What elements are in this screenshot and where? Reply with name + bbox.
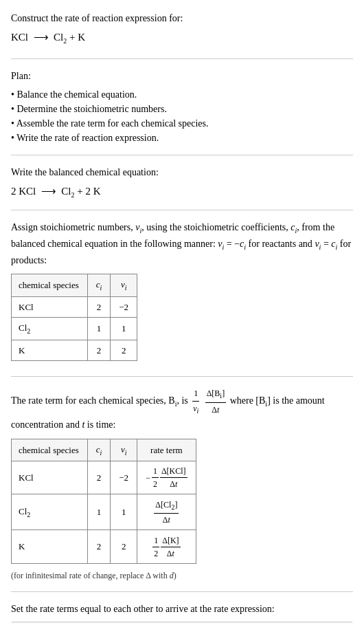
nu-k: 2 bbox=[111, 340, 137, 361]
construct-label: Construct the rate of reaction expressio… bbox=[11, 11, 353, 25]
plan-list: Balance the chemical equation. Determine… bbox=[11, 87, 353, 145]
balanced-section: Write the balanced chemical equation: 2 … bbox=[11, 165, 353, 210]
rate-col-nu: νi bbox=[111, 439, 137, 461]
nu-cl2: 1 bbox=[111, 318, 137, 340]
r-nu-kcl: −2 bbox=[111, 461, 137, 494]
plan-label: Plan: bbox=[11, 69, 353, 83]
rate-footnote: (for infinitesimal rate of change, repla… bbox=[11, 569, 353, 582]
table-row: Cl2 1 1 Δ[Cl2] Δt bbox=[12, 494, 196, 529]
r-species-kcl: KCl bbox=[12, 461, 88, 494]
stoich-intro: Assign stoichiometric numbers, νi, using… bbox=[11, 220, 353, 268]
species-cl2: Cl2 bbox=[12, 318, 88, 340]
rate-col-species: chemical species bbox=[12, 439, 88, 461]
plan-step-2: Determine the stoichiometric numbers. bbox=[11, 102, 353, 116]
rate-col-term: rate term bbox=[137, 439, 196, 461]
plan-section: Plan: Balance the chemical equation. Det… bbox=[11, 69, 353, 155]
r-term-cl2: Δ[Cl2] Δt bbox=[137, 494, 196, 529]
plan-step-4: Write the rate of reaction expression. bbox=[11, 131, 353, 145]
c-k: 2 bbox=[87, 340, 111, 361]
balanced-label: Write the balanced chemical equation: bbox=[11, 165, 353, 179]
table-row: KCl 2 −2 − 1 2 Δ[KCl] Δt bbox=[12, 461, 196, 494]
species-k: K bbox=[12, 340, 88, 361]
nu-kcl: −2 bbox=[111, 296, 137, 318]
plan-step-1: Balance the chemical equation. bbox=[11, 87, 353, 102]
answer-section: Set the rate terms equal to each other t… bbox=[11, 602, 353, 623]
r-nu-k: 2 bbox=[111, 529, 137, 563]
balanced-equation: 2 KCl ⟶ Cl2 + 2 K bbox=[11, 184, 353, 200]
rate-col-c: ci bbox=[87, 439, 111, 461]
r-c-kcl: 2 bbox=[87, 461, 111, 494]
set-equal-text: Set the rate terms equal to each other t… bbox=[11, 602, 353, 616]
r-c-cl2: 1 bbox=[87, 494, 111, 529]
r-species-k: K bbox=[12, 529, 88, 563]
r-term-kcl: − 1 2 Δ[KCl] Δt bbox=[137, 461, 196, 494]
c-cl2: 1 bbox=[87, 318, 111, 340]
c-kcl: 2 bbox=[87, 296, 111, 318]
stoich-table: chemical species ci νi KCl 2 −2 Cl2 1 1 … bbox=[11, 274, 137, 361]
stoich-col-nu: νi bbox=[111, 274, 137, 296]
r-term-k: 1 2 Δ[K] Δt bbox=[137, 529, 196, 563]
table-row: K 2 2 1 2 Δ[K] Δt bbox=[12, 529, 196, 563]
stoich-section: Assign stoichiometric numbers, νi, using… bbox=[11, 220, 353, 377]
stoich-col-species: chemical species bbox=[12, 274, 88, 296]
r-species-cl2: Cl2 bbox=[12, 494, 88, 529]
table-row: K 2 2 bbox=[12, 340, 137, 361]
rate-term-intro: The rate term for each chemical species,… bbox=[11, 386, 353, 433]
plan-step-3: Assemble the rate term for each chemical… bbox=[11, 116, 353, 131]
stoich-col-c: ci bbox=[87, 274, 111, 296]
table-row: Cl2 1 1 bbox=[12, 318, 137, 340]
original-reaction: KCl ⟶ Cl2 + K bbox=[11, 30, 353, 46]
rate-term-section: The rate term for each chemical species,… bbox=[11, 386, 353, 592]
r-c-k: 2 bbox=[87, 529, 111, 563]
construct-section: Construct the rate of reaction expressio… bbox=[11, 11, 353, 59]
rate-table: chemical species ci νi rate term KCl 2 −… bbox=[11, 439, 196, 564]
r-nu-cl2: 1 bbox=[111, 494, 137, 529]
species-kcl: KCl bbox=[12, 296, 88, 318]
table-row: KCl 2 −2 bbox=[12, 296, 137, 318]
